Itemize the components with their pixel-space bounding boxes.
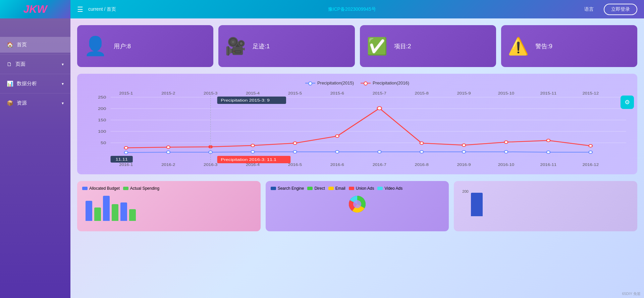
union-ads-label: Union Ads bbox=[356, 186, 374, 191]
logo-text: JKW bbox=[23, 3, 47, 15]
svg-text:2016-8: 2016-8 bbox=[415, 163, 429, 167]
chart-legend: Precipitation(2015) Precipitation(2016) bbox=[84, 80, 631, 85]
direct-label: Direct bbox=[314, 186, 325, 191]
svg-text:2015-9: 2015-9 bbox=[457, 92, 471, 95]
sidebar-item-resources[interactable]: 📦 资源 ▾ bbox=[0, 95, 70, 111]
svg-text:2016-6: 2016-6 bbox=[330, 163, 344, 167]
chart-settings-button[interactable]: ⚙ bbox=[621, 96, 634, 109]
svg-text:2015-1: 2015-1 bbox=[119, 92, 133, 95]
bar-actual-2 bbox=[112, 204, 118, 221]
svg-point-46 bbox=[124, 151, 128, 154]
stat-card-users: 👤 用户:8 bbox=[77, 25, 213, 67]
email-label: Email bbox=[335, 186, 345, 191]
actual-spending-color bbox=[123, 187, 128, 190]
chevron-down-icon: ▾ bbox=[62, 62, 64, 67]
svg-text:2015-11: 2015-11 bbox=[540, 92, 557, 95]
bottom-charts: Allocated Budget Actual Spending bbox=[70, 178, 644, 238]
svg-point-42 bbox=[462, 144, 466, 146]
allocated-budget-color bbox=[82, 187, 88, 190]
bar-chart3-card: 200 bbox=[454, 181, 637, 231]
sidebar-divider-1 bbox=[0, 54, 70, 55]
svg-text:2015-7: 2015-7 bbox=[373, 92, 386, 95]
svg-text:2016-12: 2016-12 bbox=[582, 163, 599, 167]
svg-point-39 bbox=[335, 135, 339, 137]
sidebar-item-pages[interactable]: 🗋 页面 ▾ bbox=[0, 56, 70, 72]
sidebar-item-analytics[interactable]: 📊 数据分析 ▾ bbox=[0, 76, 70, 92]
svg-text:250: 250 bbox=[98, 95, 106, 100]
video-ads-color bbox=[377, 187, 383, 190]
svg-text:2016-9: 2016-9 bbox=[457, 163, 471, 167]
stat-label-projects: 项目:2 bbox=[394, 42, 411, 50]
svg-text:200: 200 bbox=[98, 107, 106, 111]
pie-chart bbox=[271, 194, 444, 214]
svg-point-56 bbox=[547, 151, 550, 154]
language-button[interactable]: 语言 bbox=[584, 6, 594, 12]
legend-allocated: Allocated Budget bbox=[82, 186, 120, 191]
precipitation-chart-section: Precipitation(2015) Precipitation(2016) … bbox=[77, 74, 637, 174]
direct-color bbox=[307, 187, 313, 190]
home-icon: 🏠 bbox=[7, 42, 13, 48]
union-ads-color bbox=[349, 187, 354, 190]
sidebar-item-label: 首页 bbox=[17, 42, 27, 48]
svg-point-47 bbox=[166, 151, 170, 154]
sidebar-item-home[interactable]: 🏠 首页 bbox=[0, 37, 70, 53]
svg-point-57 bbox=[589, 151, 592, 154]
stat-label-users: 用户:8 bbox=[114, 42, 131, 50]
sidebar-divider-2 bbox=[0, 74, 70, 74]
stat-label-footprint: 足迹:1 bbox=[253, 42, 270, 50]
sidebar: 🏠 首页 🗋 页面 ▾ 📊 数据分析 ▾ 📦 资源 ▾ bbox=[0, 18, 70, 298]
chart-wrapper[interactable]: 250 200 150 100 50 2015-1 2015-2 2015-3 … bbox=[84, 91, 631, 168]
svg-point-55 bbox=[504, 151, 508, 153]
bar-actual-1 bbox=[94, 207, 101, 221]
bar-allocated-2 bbox=[103, 196, 110, 221]
bar-allocated-1 bbox=[86, 201, 92, 221]
svg-point-45 bbox=[589, 144, 592, 147]
login-button[interactable]: 立即登录 bbox=[604, 4, 637, 15]
menu-icon[interactable]: ☰ bbox=[77, 5, 83, 13]
svg-point-51 bbox=[335, 151, 339, 153]
legend-label-2015: Precipitation(2015) bbox=[317, 80, 354, 85]
legend-actual: Actual Spending bbox=[123, 186, 159, 191]
source-chart-card: Search Engine Direct Email Union Ads Vid… bbox=[266, 181, 449, 231]
chevron-down-icon: ▾ bbox=[62, 81, 64, 86]
watermark: 65DIY 免签 bbox=[622, 291, 641, 296]
warning-icon: ⚠️ bbox=[508, 37, 529, 56]
svg-text:2016-11: 2016-11 bbox=[540, 163, 557, 167]
budget-bar-chart bbox=[82, 194, 256, 221]
pie-svg bbox=[345, 194, 369, 214]
svg-text:2016-1: 2016-1 bbox=[119, 163, 133, 167]
bar-allocated-3 bbox=[120, 202, 127, 221]
legend-union: Union Ads bbox=[349, 186, 374, 191]
svg-text:150: 150 bbox=[98, 118, 106, 122]
svg-text:2016-10: 2016-10 bbox=[498, 163, 515, 167]
legend-2016: Precipitation(2016) bbox=[361, 80, 409, 85]
legend-label-2016: Precipitation(2016) bbox=[373, 80, 409, 85]
svg-point-43 bbox=[504, 141, 508, 143]
legend-direct: Direct bbox=[307, 186, 325, 191]
legend-2015: Precipitation(2015) bbox=[305, 80, 354, 85]
svg-point-41 bbox=[420, 142, 424, 144]
svg-point-35 bbox=[166, 146, 170, 148]
svg-text:2015-2: 2015-2 bbox=[161, 92, 175, 95]
budget-legend: Allocated Budget Actual Spending bbox=[82, 186, 256, 191]
email-color bbox=[328, 187, 334, 190]
svg-point-54 bbox=[462, 151, 466, 153]
header: JKW ☰ current / 首页 豫ICP备2023009945号 语言 立… bbox=[0, 0, 644, 18]
icp-link[interactable]: 豫ICP备2023009945号 bbox=[119, 6, 584, 12]
svg-text:2016-5: 2016-5 bbox=[288, 163, 302, 167]
svg-text:11.11: 11.11 bbox=[115, 157, 127, 162]
svg-point-34 bbox=[124, 146, 128, 149]
svg-point-49 bbox=[251, 151, 255, 153]
legend-video: Video Ads bbox=[377, 186, 402, 191]
actual-spending-label: Actual Spending bbox=[130, 186, 159, 191]
svg-text:2015-12: 2015-12 bbox=[582, 92, 599, 95]
bar-3-1 bbox=[471, 193, 483, 216]
svg-text:2015-6: 2015-6 bbox=[330, 92, 344, 95]
stat-label-warnings: 警告:9 bbox=[535, 42, 552, 50]
svg-point-52 bbox=[378, 151, 381, 153]
budget-chart-card: Allocated Budget Actual Spending bbox=[77, 181, 261, 231]
legend-line-2016 bbox=[361, 83, 371, 83]
sidebar-logo: JKW bbox=[0, 0, 70, 18]
main-content: 👤 用户:8 🎥 足迹:1 ✅ 项目:2 ⚠️ 警告:9 Precipitati… bbox=[70, 18, 644, 298]
svg-text:2016-7: 2016-7 bbox=[373, 163, 386, 167]
